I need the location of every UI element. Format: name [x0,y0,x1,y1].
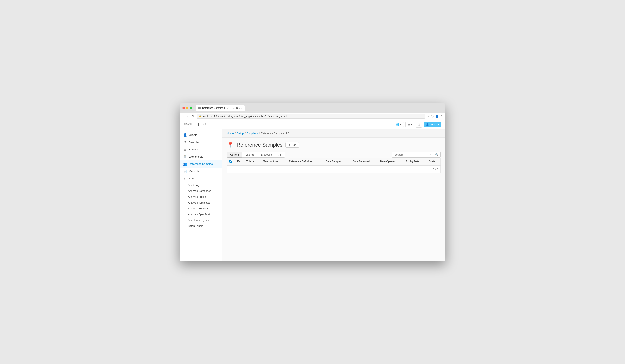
add-button[interactable]: ⊕ Add [285,142,299,148]
sidebar-subitem-audit-log[interactable]: › Audit Log [180,182,222,188]
sidebar: 👤 Clients ⚗ Samples ▤ Batches 📋 Workshee… [180,129,222,261]
pagination-count: 0 / 0 [433,168,438,171]
content-body: 📍 Reference Samples ⊕ Add Current [222,138,445,177]
chevron-analysis-categories: › [186,190,187,192]
globe-btn[interactable]: 🌐 ▾ [394,122,404,127]
sidebar-label-worksheets: Worksheets [189,155,203,158]
lock-icon: 🔒 [199,115,202,117]
forward-btn[interactable]: › [186,114,189,118]
pagination: 0 / 0 [227,166,440,173]
label-batch-labels: Batch Labels [188,224,203,228]
clients-icon: 👤 [183,133,187,137]
globe-chevron: ▾ [400,123,402,126]
chevron-analysis-templates: › [186,201,187,204]
tab-disposed[interactable]: Disposed [257,152,275,158]
tab-current[interactable]: Current [227,152,242,158]
sidebar-subitem-analysis-specifications[interactable]: › Analysis Specificati... [180,212,222,217]
back-btn[interactable]: ‹ [182,114,185,118]
sidebar-item-clients[interactable]: 👤 Clients [180,131,222,139]
sidebar-label-setup: Setup [189,177,196,180]
tab-close-btn[interactable]: × [241,107,242,109]
tab-title: Reference Samples LLC. — SEN... [202,107,240,109]
label-analysis-categories: Analysis Categories [188,189,211,192]
breadcrumb-sep-1: / [235,132,236,135]
select-all-col[interactable] [227,158,235,165]
sidebar-item-methods[interactable]: 📄 Methods [180,168,222,175]
sidebar-item-worksheets[interactable]: 📋 Worksheets [180,153,222,160]
profile-btn[interactable]: 👤 [435,115,438,118]
breadcrumb-suppliers[interactable]: Suppliers [247,132,258,135]
brand-logo: SENAITE LIMS [184,122,206,127]
search-clear-btn[interactable]: × [428,152,433,158]
samples-icon: ⚗ [183,141,187,144]
globe-icon: 🌐 [396,123,399,126]
chevron-analysis-services: › [186,207,187,210]
new-tab-btn[interactable]: + [248,106,250,110]
url-text: localhost:8080/senaite/bika_setup/bika_s… [203,115,289,118]
sidebar-subitem-analysis-services[interactable]: › Analysis Services [180,206,222,212]
batches-icon: ▤ [183,148,187,152]
search-go-btn[interactable]: 🔍 [433,152,440,158]
worksheets-icon: 📋 [183,155,187,159]
sidebar-item-reference-samples[interactable]: 👥 Reference Samples [180,160,222,168]
admin-btn[interactable]: 👤 admin ▾ [424,122,441,127]
setup-icon: ⚙ [183,177,187,181]
brand-sub: LIMS [200,123,206,125]
breadcrumb-setup[interactable]: Setup [237,132,244,135]
settings-btn[interactable]: ⚙ [416,121,422,128]
tab-expired[interactable]: Expired [242,152,258,158]
sidebar-subitem-analysis-profiles[interactable]: › Analysis Profiles [180,194,222,200]
admin-chevron: ▾ [438,123,439,126]
chevron-batch-labels: › [186,225,187,227]
select-all-checkbox[interactable] [229,160,232,163]
label-analysis-profiles: Analysis Profiles [188,195,207,198]
reload-btn[interactable]: ↻ [191,114,195,118]
fullscreen-dot[interactable] [190,107,192,109]
chevron-analysis-profiles: › [186,195,187,198]
toolbar-row: Current Expired Disposed All [227,152,440,158]
chevron-attachment-types: › [186,219,187,221]
sidebar-subitem-analysis-categories[interactable]: › Analysis Categories [180,188,222,194]
sidebar-item-batches[interactable]: ▤ Batches [180,146,222,153]
sidebar-subitem-batch-labels[interactable]: › Batch Labels [180,223,222,229]
gear-icon: ⚙ [418,123,420,126]
chevron-audit-log: › [186,184,187,186]
extension-btn[interactable]: ⬡ [431,115,434,118]
close-dot[interactable] [183,107,185,109]
breadcrumb: Home / Setup / Suppliers / Reference Sam… [222,129,445,138]
sidebar-label-samples: Samples [189,141,200,144]
browser-titlebar: Reference Samples LLC. — SEN... × + [180,103,445,113]
col-reference-definition: Reference Definition [286,158,323,165]
tab-all[interactable]: All [275,152,285,158]
chevron-analysis-specifications: › [186,213,187,215]
url-bar[interactable]: 🔒 localhost:8080/senaite/bika_setup/bika… [196,114,425,119]
methods-icon: 📄 [183,170,187,173]
menu-btn[interactable]: ⋮ [440,115,443,118]
page-title: Reference Samples [237,142,282,148]
breadcrumb-home[interactable]: Home [227,132,234,135]
label-analysis-templates: Analysis Templates [188,201,210,204]
sidebar-subitem-analysis-templates[interactable]: › Analysis Templates [180,200,222,206]
label-audit-log: Audit Log [188,183,199,187]
tab-favicon [198,107,201,109]
bookmark-btn[interactable]: ☆ [427,115,430,118]
col-title[interactable]: Title ▲ [244,158,261,165]
brand-name: SENAITE LIMS [184,122,206,127]
app-container: SENAITE LIMS 🌐 ▾ ⊞ ▾ ⚙ 👤 [180,120,445,261]
reference-samples-table: ID Title ▲ Manufacturer Reference Defini… [227,158,440,166]
admin-user-icon: 👤 [426,123,429,126]
search-input[interactable] [392,152,428,158]
window-controls [183,107,192,109]
grid-chevron: ▾ [410,123,412,126]
sidebar-item-samples[interactable]: ⚗ Samples [180,139,222,146]
sidebar-item-setup[interactable]: ⚙ Setup [180,175,222,182]
col-date-opened: Date Opened [378,158,403,165]
grid-btn[interactable]: ⊞ ▾ [405,122,414,127]
minimize-dot[interactable] [186,107,188,109]
label-attachment-types: Attachment Types [188,219,209,222]
admin-label: admin [430,123,437,126]
address-bar: ‹ › ↻ 🔒 localhost:8080/senaite/bika_setu… [180,113,445,120]
sidebar-subitem-attachment-types[interactable]: › Attachment Types [180,217,222,223]
filter-tabs: Current Expired Disposed All [227,152,285,158]
browser-tab[interactable]: Reference Samples LLC. — SEN... × [196,105,245,111]
